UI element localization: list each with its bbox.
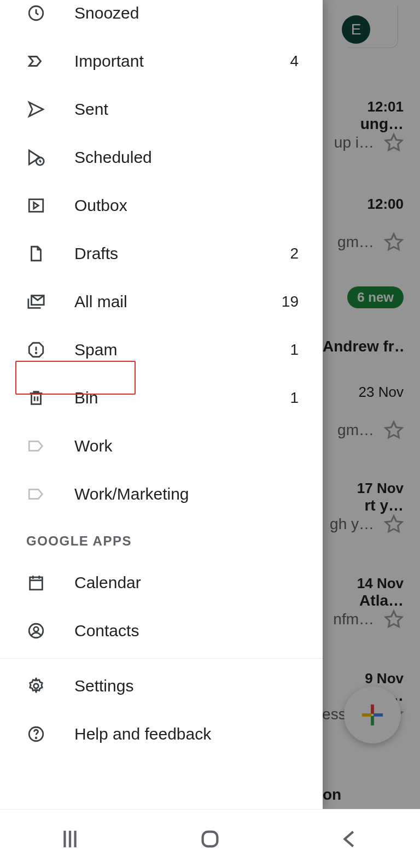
nav-item-label-work[interactable]: Work — [0, 422, 323, 470]
clock-icon — [26, 3, 46, 23]
gear-icon — [26, 676, 46, 696]
label-icon — [26, 484, 46, 504]
home-button[interactable] — [197, 826, 223, 852]
nav-label: Sent — [74, 100, 299, 119]
nav-item-bin[interactable]: Bin 1 — [0, 374, 323, 422]
nav-item-outbox[interactable]: Outbox — [0, 181, 323, 230]
nav-count: 19 — [282, 293, 299, 310]
nav-label: Work — [74, 437, 299, 455]
nav-item-calendar[interactable]: Calendar — [0, 559, 323, 607]
nav-label: Scheduled — [74, 148, 299, 167]
nav-count: 1 — [290, 389, 299, 407]
svg-point-18 — [34, 684, 39, 689]
stacked-mail-icon — [26, 292, 46, 312]
important-icon — [26, 51, 46, 71]
trash-icon — [26, 388, 46, 408]
nav-label: Important — [74, 52, 290, 71]
nav-count: 2 — [290, 245, 299, 262]
svg-point-14 — [36, 353, 37, 354]
send-icon — [26, 99, 46, 119]
nav-count: 4 — [290, 52, 299, 70]
svg-rect-21 — [203, 831, 218, 846]
file-icon — [26, 244, 46, 263]
nav-item-spam[interactable]: Spam 1 — [0, 326, 323, 374]
nav-item-snoozed[interactable]: Snoozed — [0, 0, 323, 37]
scheduled-icon — [26, 148, 46, 167]
nav-label: All mail — [74, 292, 282, 311]
divider — [0, 658, 323, 659]
nav-label: Work/Marketing — [74, 485, 299, 503]
nav-item-important[interactable]: Important 4 — [0, 37, 323, 85]
contacts-icon — [26, 621, 46, 641]
nav-item-help[interactable]: Help and feedback — [0, 710, 323, 758]
nav-item-settings[interactable]: Settings — [0, 662, 323, 710]
nav-item-scheduled[interactable]: Scheduled — [0, 133, 323, 181]
help-icon — [26, 724, 46, 744]
android-navbar — [0, 809, 420, 868]
nav-count: 1 — [290, 341, 299, 359]
nav-item-contacts[interactable]: Contacts — [0, 607, 323, 655]
nav-label: Outbox — [74, 196, 299, 215]
spam-icon — [26, 340, 46, 360]
svg-rect-15 — [30, 577, 43, 590]
svg-point-17 — [34, 627, 39, 632]
nav-drawer: Snoozed Important 4 Sent Scheduled Outbo… — [0, 0, 323, 809]
recents-button[interactable] — [57, 826, 83, 852]
nav-item-allmail[interactable]: All mail 19 — [0, 278, 323, 326]
nav-item-label-work-marketing[interactable]: Work/Marketing — [0, 470, 323, 518]
outbox-icon — [26, 196, 46, 215]
label-icon — [26, 436, 46, 456]
nav-label: Snoozed — [74, 4, 299, 22]
nav-label: Contacts — [74, 621, 299, 640]
svg-rect-12 — [29, 200, 43, 212]
nav-label: Calendar — [74, 573, 299, 592]
calendar-icon — [26, 573, 46, 593]
nav-label: Settings — [74, 677, 299, 695]
svg-point-20 — [36, 737, 37, 738]
scrim-overlay[interactable] — [323, 0, 420, 809]
nav-label: Spam — [74, 341, 290, 359]
nav-label: Bin — [74, 389, 290, 407]
nav-item-drafts[interactable]: Drafts 2 — [0, 230, 323, 278]
nav-label: Help and feedback — [74, 725, 299, 743]
nav-item-sent[interactable]: Sent — [0, 85, 323, 133]
nav-label: Drafts — [74, 244, 290, 263]
back-button[interactable] — [337, 826, 363, 852]
section-google-apps: GOOGLE APPS — [0, 518, 323, 559]
